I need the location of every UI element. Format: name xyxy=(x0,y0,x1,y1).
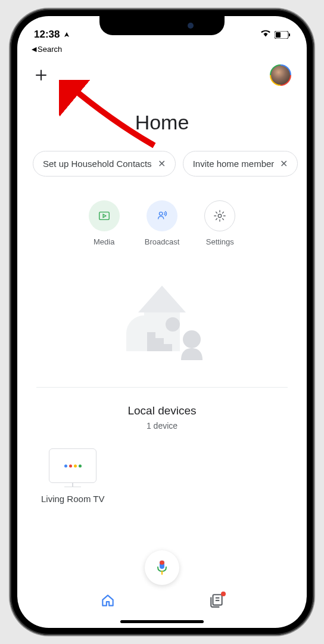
battery-icon xyxy=(275,31,290,39)
svg-rect-10 xyxy=(126,333,144,351)
svg-point-6 xyxy=(219,214,222,218)
back-arrow-icon: ◀ xyxy=(32,45,36,53)
quick-action-settings[interactable]: Settings xyxy=(204,200,235,246)
add-button[interactable] xyxy=(33,67,49,83)
wifi-icon xyxy=(260,29,271,41)
svg-point-5 xyxy=(159,212,163,216)
device-card[interactable]: Living Room TV xyxy=(17,442,104,504)
home-icon xyxy=(100,593,116,608)
account-avatar[interactable] xyxy=(270,64,291,86)
svg-rect-12 xyxy=(147,338,164,344)
close-icon[interactable]: ✕ xyxy=(158,158,166,169)
notification-dot xyxy=(221,592,226,596)
plus-icon xyxy=(34,68,48,82)
svg-rect-17 xyxy=(160,561,164,565)
quick-action-label: Media xyxy=(94,237,114,246)
local-devices-section: Local devices 1 device xyxy=(17,388,307,442)
top-bar xyxy=(17,58,307,92)
svg-rect-4 xyxy=(99,212,109,220)
back-search-label: Search xyxy=(38,45,62,54)
close-icon[interactable]: ✕ xyxy=(280,158,288,169)
nav-home-button[interactable] xyxy=(100,593,116,611)
local-devices-title: Local devices xyxy=(17,404,307,417)
svg-rect-2 xyxy=(289,33,290,36)
quick-action-label: Broadcast xyxy=(145,237,180,246)
quick-action-broadcast[interactable]: Broadcast xyxy=(145,200,180,246)
media-icon xyxy=(89,200,120,231)
nav-feed-button[interactable] xyxy=(209,593,225,611)
microphone-button[interactable] xyxy=(145,550,179,585)
quick-actions: Media Broadcast Settings xyxy=(17,177,307,258)
svg-rect-13 xyxy=(147,344,172,351)
chip-label: Invite home member xyxy=(193,159,275,169)
notch xyxy=(99,16,225,35)
svg-marker-7 xyxy=(138,286,186,312)
svg-rect-1 xyxy=(276,32,281,38)
home-indicator[interactable] xyxy=(120,620,204,623)
suggestion-chips: Set up Household Contacts ✕ Invite home … xyxy=(17,151,307,177)
svg-rect-11 xyxy=(147,332,155,338)
house-illustration xyxy=(17,258,307,387)
device-label: Living Room TV xyxy=(41,494,104,504)
svg-point-14 xyxy=(183,330,201,348)
chip-invite-member[interactable]: Invite home member ✕ xyxy=(183,151,298,177)
chip-household-contacts[interactable]: Set up Household Contacts ✕ xyxy=(33,151,176,177)
tv-icon xyxy=(49,448,96,483)
local-devices-count: 1 device xyxy=(17,421,307,431)
quick-action-media[interactable]: Media xyxy=(89,200,120,246)
settings-icon xyxy=(204,200,235,231)
microphone-icon xyxy=(156,560,168,575)
broadcast-icon xyxy=(147,200,177,231)
phone-screen: 12:38 ◀ Search xyxy=(17,16,307,628)
svg-rect-18 xyxy=(213,595,222,605)
back-search-link[interactable]: ◀ Search xyxy=(17,45,307,58)
phone-frame: 12:38 ◀ Search xyxy=(10,9,314,635)
status-time: 12:38 xyxy=(34,29,60,41)
page-title: Home xyxy=(17,92,307,151)
google-dots-icon xyxy=(64,465,82,467)
avatar-image xyxy=(271,66,290,85)
location-icon xyxy=(63,31,70,38)
quick-action-label: Settings xyxy=(206,237,234,246)
chip-label: Set up Household Contacts xyxy=(43,159,152,169)
svg-point-9 xyxy=(166,317,180,332)
